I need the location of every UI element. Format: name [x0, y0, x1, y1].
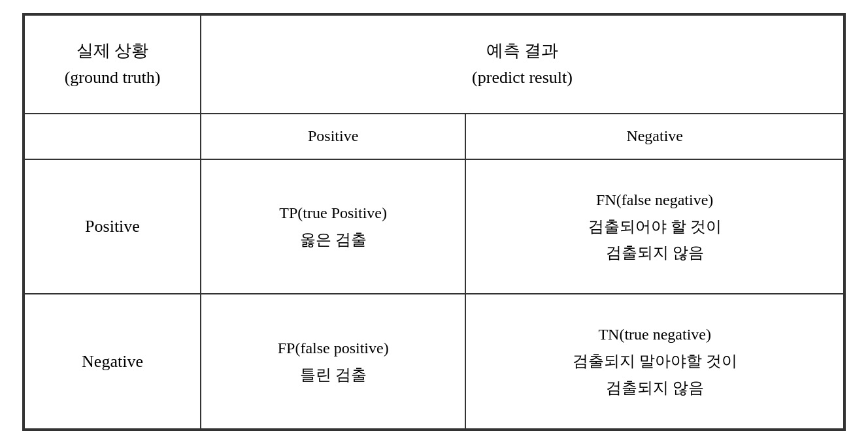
tp-cell: TP(true Positive) 옳은 검출	[201, 159, 465, 294]
tn-line3: 검출되지 않음	[473, 375, 837, 402]
tp-line1: TP(true Positive)	[208, 200, 458, 227]
row-label-positive: Positive	[24, 159, 201, 294]
fn-line3: 검출되지 않음	[473, 240, 837, 266]
row-label-negative: Negative	[24, 294, 201, 429]
fp-line2: 틀린 검출	[208, 362, 458, 388]
col-header-positive: Positive	[201, 114, 465, 159]
predict-result-line2: (predict result)	[208, 64, 837, 91]
ground-truth-label-line2: (ground truth)	[31, 64, 193, 91]
fp-cell: FP(false positive) 틀린 검출	[201, 294, 465, 429]
col-header-negative: Negative	[465, 114, 844, 159]
fn-cell: FN(false negative) 검출되어야 할 것이 검출되지 않음	[465, 159, 844, 294]
tn-line1: TN(true negative)	[473, 321, 837, 348]
tp-line2: 옳은 검출	[208, 227, 458, 253]
axis-label-cell: 실제 상황 (ground truth)	[24, 15, 201, 114]
predict-result-header: 예측 결과 (predict result)	[201, 15, 844, 114]
confusion-matrix-table: 실제 상황 (ground truth) 예측 결과 (predict resu…	[22, 13, 846, 431]
predict-result-line1: 예측 결과	[208, 37, 837, 65]
tn-line2: 검출되지 말아야할 것이	[473, 348, 837, 375]
tn-cell: TN(true negative) 검출되지 말아야할 것이 검출되지 않음	[465, 294, 844, 429]
fn-line2: 검출되어야 할 것이	[473, 214, 837, 240]
fn-line1: FN(false negative)	[473, 187, 837, 214]
empty-subheader-cell	[24, 114, 201, 159]
fp-line1: FP(false positive)	[208, 335, 458, 362]
ground-truth-label-line1: 실제 상황	[31, 37, 193, 65]
